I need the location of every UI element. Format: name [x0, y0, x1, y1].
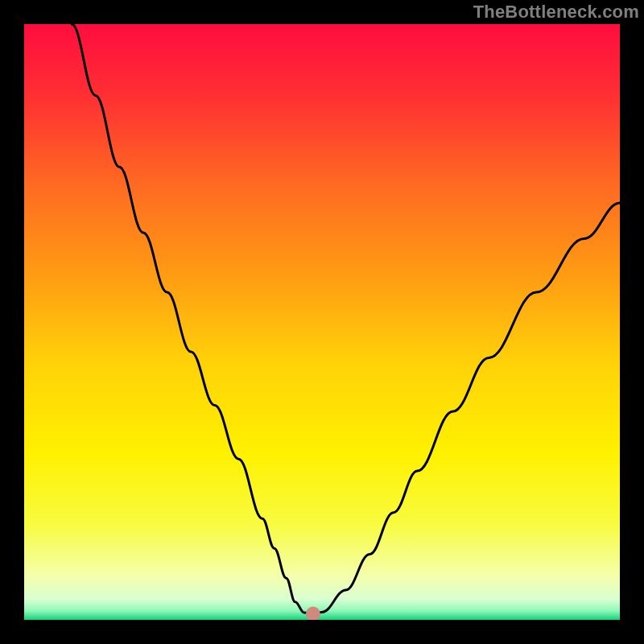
optimum-marker: [306, 607, 320, 621]
chart-container: TheBottleneck.com: [0, 0, 644, 644]
gradient-background: [24, 24, 620, 620]
watermark-text: TheBottleneck.com: [473, 2, 639, 23]
chart-svg: [0, 0, 644, 644]
